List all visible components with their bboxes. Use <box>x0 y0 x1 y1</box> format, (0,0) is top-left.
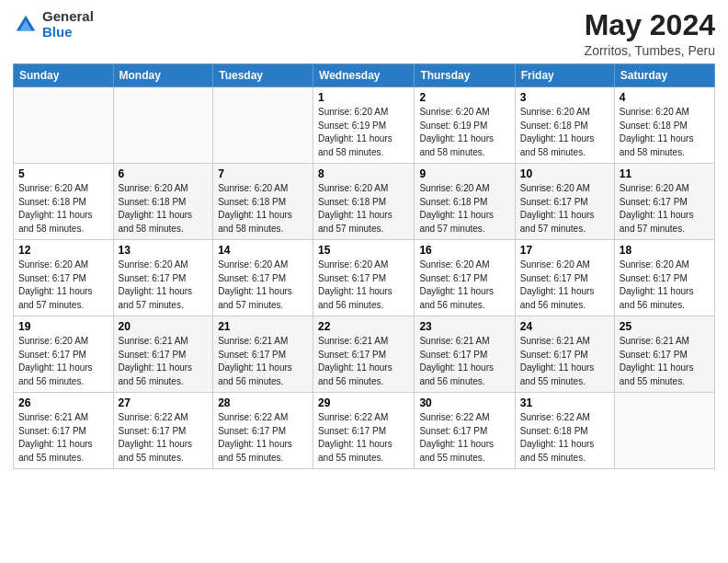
day-info: Sunrise: 6:20 AM Sunset: 6:19 PM Dayligh… <box>318 106 409 159</box>
table-row: 15Sunrise: 6:20 AM Sunset: 6:17 PM Dayli… <box>313 240 415 316</box>
calendar-week-row: 26Sunrise: 6:21 AM Sunset: 6:17 PM Dayli… <box>14 393 715 469</box>
calendar-header-row: Sunday Monday Tuesday Wednesday Thursday… <box>14 64 715 87</box>
page: General Blue May 2024 Zorritos, Tumbes, … <box>0 0 728 563</box>
day-info: Sunrise: 6:22 AM Sunset: 6:18 PM Dayligh… <box>520 411 609 465</box>
table-row: 27Sunrise: 6:22 AM Sunset: 6:17 PM Dayli… <box>113 393 213 469</box>
title-month: May 2024 <box>585 9 715 41</box>
table-row: 6Sunrise: 6:20 AM Sunset: 6:18 PM Daylig… <box>113 164 213 240</box>
day-number: 11 <box>620 167 710 180</box>
table-row: 8Sunrise: 6:20 AM Sunset: 6:18 PM Daylig… <box>313 164 415 240</box>
day-info: Sunrise: 6:21 AM Sunset: 6:17 PM Dayligh… <box>318 335 409 388</box>
day-info: Sunrise: 6:20 AM Sunset: 6:17 PM Dayligh… <box>520 259 609 312</box>
day-number: 18 <box>620 244 710 257</box>
day-number: 30 <box>419 396 509 409</box>
day-info: Sunrise: 6:20 AM Sunset: 6:17 PM Dayligh… <box>119 259 209 312</box>
day-info: Sunrise: 6:20 AM Sunset: 6:18 PM Dayligh… <box>520 106 609 159</box>
table-row: 4Sunrise: 6:20 AM Sunset: 6:18 PM Daylig… <box>614 87 714 164</box>
day-info: Sunrise: 6:21 AM Sunset: 6:17 PM Dayligh… <box>218 335 308 388</box>
table-row: 9Sunrise: 6:20 AM Sunset: 6:18 PM Daylig… <box>415 164 515 240</box>
table-row: 30Sunrise: 6:22 AM Sunset: 6:17 PM Dayli… <box>415 393 515 469</box>
day-number: 14 <box>218 244 308 257</box>
day-number: 16 <box>419 244 509 257</box>
table-row: 18Sunrise: 6:20 AM Sunset: 6:17 PM Dayli… <box>614 240 714 316</box>
day-info: Sunrise: 6:20 AM Sunset: 6:17 PM Dayligh… <box>18 259 108 312</box>
table-row: 22Sunrise: 6:21 AM Sunset: 6:17 PM Dayli… <box>313 316 415 393</box>
day-number: 20 <box>119 320 209 333</box>
logo-blue-text: Blue <box>42 25 94 40</box>
table-row: 31Sunrise: 6:22 AM Sunset: 6:18 PM Dayli… <box>515 393 614 469</box>
table-row: 1Sunrise: 6:20 AM Sunset: 6:19 PM Daylig… <box>313 87 415 164</box>
table-row: 21Sunrise: 6:21 AM Sunset: 6:17 PM Dayli… <box>213 316 313 393</box>
logo: General Blue <box>13 9 94 40</box>
table-row: 19Sunrise: 6:20 AM Sunset: 6:17 PM Dayli… <box>14 316 114 393</box>
day-info: Sunrise: 6:20 AM Sunset: 6:18 PM Dayligh… <box>318 182 409 236</box>
table-row: 29Sunrise: 6:22 AM Sunset: 6:17 PM Dayli… <box>313 393 415 469</box>
day-info: Sunrise: 6:20 AM Sunset: 6:17 PM Dayligh… <box>419 259 509 312</box>
col-friday: Friday <box>515 64 614 87</box>
day-number: 15 <box>318 244 409 257</box>
table-row: 28Sunrise: 6:22 AM Sunset: 6:17 PM Dayli… <box>213 393 313 469</box>
day-number: 4 <box>620 91 710 104</box>
logo-general-text: General <box>42 9 94 25</box>
day-number: 19 <box>18 320 108 333</box>
day-number: 2 <box>419 91 509 104</box>
day-info: Sunrise: 6:21 AM Sunset: 6:17 PM Dayligh… <box>520 335 609 388</box>
day-info: Sunrise: 6:20 AM Sunset: 6:18 PM Dayligh… <box>18 182 108 236</box>
col-tuesday: Tuesday <box>213 64 313 87</box>
day-info: Sunrise: 6:20 AM Sunset: 6:19 PM Dayligh… <box>419 106 509 159</box>
day-number: 17 <box>520 244 609 257</box>
day-info: Sunrise: 6:21 AM Sunset: 6:17 PM Dayligh… <box>119 335 209 388</box>
col-monday: Monday <box>113 64 213 87</box>
table-row: 25Sunrise: 6:21 AM Sunset: 6:17 PM Dayli… <box>614 316 714 393</box>
day-info: Sunrise: 6:20 AM Sunset: 6:17 PM Dayligh… <box>520 182 609 236</box>
logo-icon <box>13 12 39 38</box>
day-number: 3 <box>520 91 609 104</box>
logo-text: General Blue <box>42 9 94 40</box>
calendar-week-row: 5Sunrise: 6:20 AM Sunset: 6:18 PM Daylig… <box>14 164 715 240</box>
day-info: Sunrise: 6:20 AM Sunset: 6:18 PM Dayligh… <box>218 182 308 236</box>
table-row: 3Sunrise: 6:20 AM Sunset: 6:18 PM Daylig… <box>515 87 614 164</box>
day-info: Sunrise: 6:20 AM Sunset: 6:17 PM Dayligh… <box>620 182 710 236</box>
table-row: 12Sunrise: 6:20 AM Sunset: 6:17 PM Dayli… <box>14 240 114 316</box>
day-number: 10 <box>520 167 609 180</box>
day-number: 1 <box>318 91 409 104</box>
table-row: 17Sunrise: 6:20 AM Sunset: 6:17 PM Dayli… <box>515 240 614 316</box>
day-number: 27 <box>119 396 209 409</box>
header: General Blue May 2024 Zorritos, Tumbes, … <box>13 9 715 58</box>
day-info: Sunrise: 6:20 AM Sunset: 6:17 PM Dayligh… <box>18 335 108 388</box>
table-row <box>213 87 313 164</box>
table-row: 24Sunrise: 6:21 AM Sunset: 6:17 PM Dayli… <box>515 316 614 393</box>
table-row: 20Sunrise: 6:21 AM Sunset: 6:17 PM Dayli… <box>113 316 213 393</box>
col-wednesday: Wednesday <box>313 64 415 87</box>
calendar-week-row: 1Sunrise: 6:20 AM Sunset: 6:19 PM Daylig… <box>14 87 715 164</box>
day-number: 7 <box>218 167 308 180</box>
table-row: 13Sunrise: 6:20 AM Sunset: 6:17 PM Dayli… <box>113 240 213 316</box>
day-info: Sunrise: 6:20 AM Sunset: 6:18 PM Dayligh… <box>620 106 710 159</box>
day-info: Sunrise: 6:21 AM Sunset: 6:17 PM Dayligh… <box>419 335 509 388</box>
day-number: 25 <box>620 320 710 333</box>
table-row: 23Sunrise: 6:21 AM Sunset: 6:17 PM Dayli… <box>415 316 515 393</box>
calendar-week-row: 12Sunrise: 6:20 AM Sunset: 6:17 PM Dayli… <box>14 240 715 316</box>
day-info: Sunrise: 6:21 AM Sunset: 6:17 PM Dayligh… <box>18 411 108 465</box>
day-info: Sunrise: 6:22 AM Sunset: 6:17 PM Dayligh… <box>419 411 509 465</box>
day-number: 9 <box>419 167 509 180</box>
day-info: Sunrise: 6:22 AM Sunset: 6:17 PM Dayligh… <box>119 411 209 465</box>
day-number: 8 <box>318 167 409 180</box>
day-info: Sunrise: 6:20 AM Sunset: 6:17 PM Dayligh… <box>318 259 409 312</box>
title-location: Zorritos, Tumbes, Peru <box>585 43 715 58</box>
table-row: 14Sunrise: 6:20 AM Sunset: 6:17 PM Dayli… <box>213 240 313 316</box>
table-row: 2Sunrise: 6:20 AM Sunset: 6:19 PM Daylig… <box>415 87 515 164</box>
day-number: 29 <box>318 396 409 409</box>
day-info: Sunrise: 6:22 AM Sunset: 6:17 PM Dayligh… <box>218 411 308 465</box>
day-number: 24 <box>520 320 609 333</box>
table-row <box>14 87 114 164</box>
table-row <box>614 393 714 469</box>
day-info: Sunrise: 6:20 AM Sunset: 6:17 PM Dayligh… <box>218 259 308 312</box>
day-number: 23 <box>419 320 509 333</box>
table-row: 11Sunrise: 6:20 AM Sunset: 6:17 PM Dayli… <box>614 164 714 240</box>
day-number: 21 <box>218 320 308 333</box>
col-saturday: Saturday <box>614 64 714 87</box>
day-number: 26 <box>18 396 108 409</box>
day-info: Sunrise: 6:20 AM Sunset: 6:17 PM Dayligh… <box>620 259 710 312</box>
day-number: 5 <box>18 167 108 180</box>
